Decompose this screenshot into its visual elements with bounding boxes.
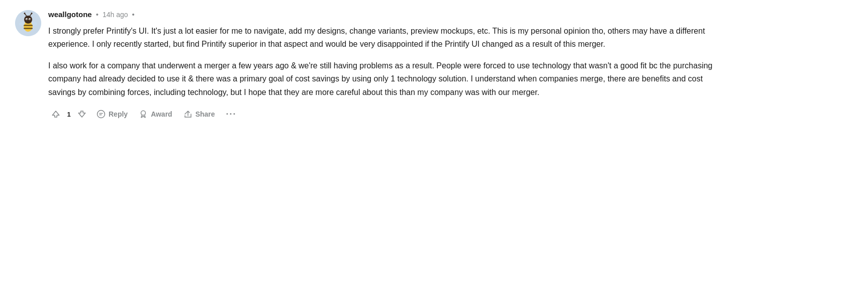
award-icon [139,110,148,119]
reply-button[interactable]: Reply [92,107,132,122]
svg-point-12 [31,13,33,14]
downvote-icon [77,110,86,119]
downvote-button[interactable] [74,108,89,121]
username: weallgotone [48,10,92,19]
more-label: ··· [226,109,237,120]
award-button[interactable]: Award [135,107,176,122]
reply-label: Reply [109,110,128,118]
vote-count: 1 [65,111,72,118]
paragraph-1: I strongly prefer Printify's UI. It's ju… [48,25,719,51]
svg-point-16 [141,111,146,116]
upvote-icon [51,110,60,119]
award-label: Award [151,110,172,118]
dot-separator-2: • [132,10,135,19]
upvote-button[interactable] [48,108,63,121]
reply-icon [97,110,106,119]
svg-rect-4 [24,28,33,29]
svg-rect-3 [24,25,33,26]
timestamp: 14h ago [103,11,128,19]
svg-point-8 [30,19,31,20]
svg-point-2 [24,16,32,24]
share-label: Share [196,110,215,118]
svg-point-10 [24,13,26,14]
dot-separator-1: • [96,10,99,19]
avatar [15,10,41,36]
paragraph-2: I also work for a company that underwent… [48,59,719,99]
svg-point-15 [98,111,105,118]
comment-body: weallgotone • 14h ago • I strongly prefe… [48,10,719,123]
comment-header: weallgotone • 14h ago • [48,10,719,19]
share-icon [183,110,192,119]
comment-text: I strongly prefer Printify's UI. It's ju… [48,25,719,99]
svg-point-7 [27,19,28,20]
comment-container: weallgotone • 14h ago • I strongly prefe… [15,10,719,123]
more-button[interactable]: ··· [222,106,241,123]
comment-actions: 1 Reply Award [48,106,719,123]
vote-section: 1 [48,108,89,121]
avatar-image [15,10,41,36]
share-button[interactable]: Share [179,107,219,122]
